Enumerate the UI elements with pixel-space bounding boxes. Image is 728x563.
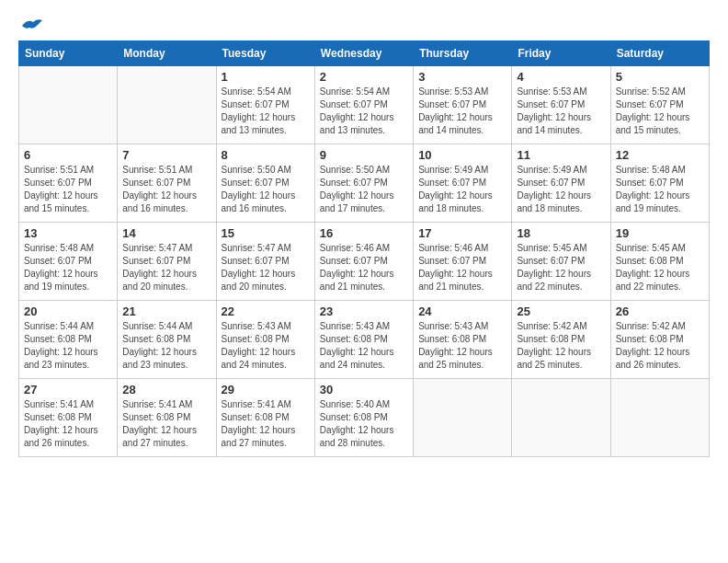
- cell-info: Sunrise: 5:45 AM Sunset: 6:07 PM Dayligh…: [517, 242, 605, 293]
- calendar-cell: 25Sunrise: 5:42 AM Sunset: 6:08 PM Dayli…: [512, 301, 610, 379]
- day-number: 16: [320, 226, 408, 240]
- calendar-cell: 15Sunrise: 5:47 AM Sunset: 6:07 PM Dayli…: [216, 223, 314, 301]
- cell-info: Sunrise: 5:44 AM Sunset: 6:08 PM Dayligh…: [122, 320, 210, 372]
- cell-info: Sunrise: 5:54 AM Sunset: 6:07 PM Dayligh…: [222, 86, 310, 137]
- cell-info: Sunrise: 5:49 AM Sunset: 6:07 PM Dayligh…: [418, 164, 506, 215]
- cell-info: Sunrise: 5:48 AM Sunset: 6:07 PM Dayligh…: [616, 164, 704, 215]
- calendar-cell: 20Sunrise: 5:44 AM Sunset: 6:08 PM Dayli…: [19, 301, 118, 379]
- calendar-cell: 2Sunrise: 5:54 AM Sunset: 6:07 PM Daylig…: [314, 66, 413, 144]
- day-number: 24: [418, 304, 506, 318]
- cell-info: Sunrise: 5:46 AM Sunset: 6:07 PM Dayligh…: [320, 242, 408, 293]
- calendar-cell: 23Sunrise: 5:43 AM Sunset: 6:08 PM Dayli…: [314, 301, 413, 379]
- cell-info: Sunrise: 5:50 AM Sunset: 6:07 PM Dayligh…: [222, 164, 310, 215]
- calendar-cell: 28Sunrise: 5:41 AM Sunset: 6:08 PM Dayli…: [118, 379, 216, 457]
- day-number: 15: [222, 226, 310, 240]
- cell-info: Sunrise: 5:40 AM Sunset: 6:08 PM Dayligh…: [320, 398, 408, 450]
- calendar-cell: 22Sunrise: 5:43 AM Sunset: 6:08 PM Dayli…: [216, 301, 314, 379]
- day-number: 22: [222, 304, 310, 318]
- calendar-cell: 27Sunrise: 5:41 AM Sunset: 6:08 PM Dayli…: [19, 379, 118, 457]
- cell-info: Sunrise: 5:51 AM Sunset: 6:07 PM Dayligh…: [122, 164, 210, 215]
- calendar-cell: 17Sunrise: 5:46 AM Sunset: 6:07 PM Dayli…: [414, 223, 512, 301]
- cell-info: Sunrise: 5:45 AM Sunset: 6:08 PM Dayligh…: [616, 242, 704, 293]
- calendar-cell: 21Sunrise: 5:44 AM Sunset: 6:08 PM Dayli…: [118, 301, 216, 379]
- cell-info: Sunrise: 5:41 AM Sunset: 6:08 PM Dayligh…: [24, 398, 112, 450]
- col-header-monday: Monday: [118, 41, 216, 66]
- day-number: 6: [24, 148, 112, 162]
- calendar-week-row: 6Sunrise: 5:51 AM Sunset: 6:07 PM Daylig…: [19, 144, 710, 223]
- calendar-cell: 13Sunrise: 5:48 AM Sunset: 6:07 PM Dayli…: [19, 223, 118, 301]
- calendar-week-row: 1Sunrise: 5:54 AM Sunset: 6:07 PM Daylig…: [19, 66, 710, 144]
- cell-info: Sunrise: 5:54 AM Sunset: 6:07 PM Dayligh…: [320, 86, 408, 137]
- day-number: 11: [517, 148, 605, 162]
- calendar-cell: 24Sunrise: 5:43 AM Sunset: 6:08 PM Dayli…: [414, 301, 512, 379]
- calendar-week-row: 27Sunrise: 5:41 AM Sunset: 6:08 PM Dayli…: [19, 379, 710, 457]
- cell-info: Sunrise: 5:42 AM Sunset: 6:08 PM Dayligh…: [517, 320, 605, 372]
- calendar-cell: [414, 379, 512, 457]
- day-number: 2: [320, 70, 408, 84]
- cell-info: Sunrise: 5:50 AM Sunset: 6:07 PM Dayligh…: [320, 164, 408, 215]
- cell-info: Sunrise: 5:43 AM Sunset: 6:08 PM Dayligh…: [222, 320, 310, 372]
- calendar-cell: 3Sunrise: 5:53 AM Sunset: 6:07 PM Daylig…: [414, 66, 512, 144]
- day-number: 7: [122, 148, 210, 162]
- calendar-cell: 9Sunrise: 5:50 AM Sunset: 6:07 PM Daylig…: [314, 144, 413, 223]
- cell-info: Sunrise: 5:43 AM Sunset: 6:08 PM Dayligh…: [320, 320, 408, 372]
- calendar-cell: 6Sunrise: 5:51 AM Sunset: 6:07 PM Daylig…: [19, 144, 118, 223]
- day-number: 17: [418, 226, 506, 240]
- calendar-cell: [118, 66, 216, 144]
- calendar-cell: [610, 379, 709, 457]
- calendar-cell: 12Sunrise: 5:48 AM Sunset: 6:07 PM Dayli…: [610, 144, 709, 223]
- cell-info: Sunrise: 5:47 AM Sunset: 6:07 PM Dayligh…: [222, 242, 310, 293]
- day-number: 12: [616, 148, 704, 162]
- calendar-cell: 7Sunrise: 5:51 AM Sunset: 6:07 PM Daylig…: [118, 144, 216, 223]
- calendar-cell: 14Sunrise: 5:47 AM Sunset: 6:07 PM Dayli…: [118, 223, 216, 301]
- calendar-cell: 1Sunrise: 5:54 AM Sunset: 6:07 PM Daylig…: [216, 66, 314, 144]
- col-header-wednesday: Wednesday: [314, 41, 413, 66]
- logo: [18, 18, 44, 31]
- col-header-sunday: Sunday: [19, 41, 118, 66]
- cell-info: Sunrise: 5:42 AM Sunset: 6:08 PM Dayligh…: [616, 320, 704, 372]
- day-number: 29: [222, 383, 310, 396]
- calendar-cell: 18Sunrise: 5:45 AM Sunset: 6:07 PM Dayli…: [512, 223, 610, 301]
- col-header-friday: Friday: [512, 41, 610, 66]
- day-number: 25: [517, 304, 605, 318]
- day-number: 8: [222, 148, 310, 162]
- cell-info: Sunrise: 5:47 AM Sunset: 6:07 PM Dayligh…: [122, 242, 210, 293]
- day-number: 5: [616, 70, 704, 84]
- calendar-cell: [512, 379, 610, 457]
- calendar-cell: 5Sunrise: 5:52 AM Sunset: 6:07 PM Daylig…: [610, 66, 709, 144]
- calendar-cell: 11Sunrise: 5:49 AM Sunset: 6:07 PM Dayli…: [512, 144, 610, 223]
- calendar-cell: 19Sunrise: 5:45 AM Sunset: 6:08 PM Dayli…: [610, 223, 709, 301]
- cell-info: Sunrise: 5:48 AM Sunset: 6:07 PM Dayligh…: [24, 242, 112, 293]
- calendar-table: SundayMondayTuesdayWednesdayThursdayFrid…: [18, 40, 710, 457]
- calendar-cell: 16Sunrise: 5:46 AM Sunset: 6:07 PM Dayli…: [314, 223, 413, 301]
- day-number: 13: [24, 226, 112, 240]
- calendar-cell: 30Sunrise: 5:40 AM Sunset: 6:08 PM Dayli…: [314, 379, 413, 457]
- calendar-header-row: SundayMondayTuesdayWednesdayThursdayFrid…: [19, 41, 710, 66]
- cell-info: Sunrise: 5:52 AM Sunset: 6:07 PM Dayligh…: [616, 86, 704, 137]
- calendar-cell: 29Sunrise: 5:41 AM Sunset: 6:08 PM Dayli…: [216, 379, 314, 457]
- col-header-saturday: Saturday: [610, 41, 709, 66]
- calendar-week-row: 13Sunrise: 5:48 AM Sunset: 6:07 PM Dayli…: [19, 223, 710, 301]
- calendar-week-row: 20Sunrise: 5:44 AM Sunset: 6:08 PM Dayli…: [19, 301, 710, 379]
- day-number: 21: [122, 304, 210, 318]
- calendar-cell: 10Sunrise: 5:49 AM Sunset: 6:07 PM Dayli…: [414, 144, 512, 223]
- cell-info: Sunrise: 5:41 AM Sunset: 6:08 PM Dayligh…: [222, 398, 310, 450]
- day-number: 1: [222, 70, 310, 84]
- day-number: 18: [517, 226, 605, 240]
- cell-info: Sunrise: 5:46 AM Sunset: 6:07 PM Dayligh…: [418, 242, 506, 293]
- cell-info: Sunrise: 5:49 AM Sunset: 6:07 PM Dayligh…: [517, 164, 605, 215]
- page-header: [18, 18, 710, 31]
- day-number: 27: [24, 383, 112, 396]
- day-number: 30: [320, 383, 408, 396]
- day-number: 4: [517, 70, 605, 84]
- col-header-thursday: Thursday: [414, 41, 512, 66]
- calendar-cell: 8Sunrise: 5:50 AM Sunset: 6:07 PM Daylig…: [216, 144, 314, 223]
- day-number: 9: [320, 148, 408, 162]
- day-number: 19: [616, 226, 704, 240]
- calendar-cell: [19, 66, 118, 144]
- cell-info: Sunrise: 5:41 AM Sunset: 6:08 PM Dayligh…: [122, 398, 210, 450]
- day-number: 14: [122, 226, 210, 240]
- cell-info: Sunrise: 5:53 AM Sunset: 6:07 PM Dayligh…: [418, 86, 506, 137]
- day-number: 20: [24, 304, 112, 318]
- cell-info: Sunrise: 5:51 AM Sunset: 6:07 PM Dayligh…: [24, 164, 112, 215]
